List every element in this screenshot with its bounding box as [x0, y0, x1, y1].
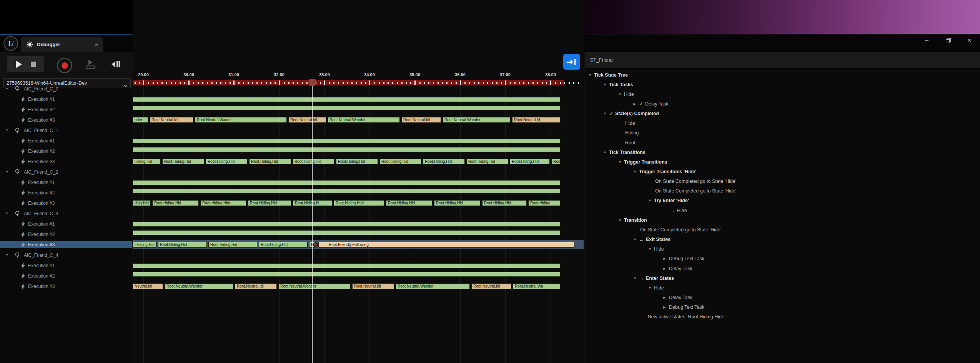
chevron-down-icon[interactable]: ▼ — [5, 212, 8, 215]
unreal-logo-icon[interactable]: U — [3, 36, 18, 51]
chevron-right-icon[interactable]: ▶ — [663, 296, 667, 299]
sidebar-item-aic-friend-c-4-execution-2[interactable]: Execution #2 — [0, 272, 132, 279]
execution-activity-bar[interactable] — [133, 263, 561, 268]
state-segment-root-hiding-hid[interactable]: Root.Hiding.Hid — [152, 200, 199, 206]
tree-row-delay-task[interactable]: ▶Delay Task — [663, 293, 692, 302]
state-segment-neutral-idl[interactable]: Neutral.Idl — [133, 283, 163, 289]
state-segment-root-hiding-hid[interactable]: Root.Hiding.Hid — [434, 200, 481, 206]
tree-row-try-enter-hide[interactable]: ▼Try Enter 'Hide' — [648, 196, 689, 206]
tree-row-tick-transitions[interactable]: ▼Tick Transitions — [603, 147, 646, 157]
state-segment-root-hiding-hid[interactable]: Root.Hiding.Hid — [248, 200, 291, 206]
tab-debugger[interactable]: Debugger × — [21, 37, 103, 52]
tree-row-on-state-completed-go-to-state-hide[interactable]: On State Completed go to State 'Hide' — [633, 225, 721, 234]
close-button[interactable]: × — [963, 35, 976, 45]
chevron-right-icon[interactable]: ▶ — [663, 267, 667, 271]
tree-row-hide[interactable]: ▼Hide — [648, 283, 664, 293]
tree-row-transition[interactable]: ▼Transition — [618, 215, 647, 225]
chevron-down-icon[interactable]: ▼ — [603, 151, 607, 154]
state-segment-root-neutral-wander[interactable]: Root.Neutral.Wander — [278, 283, 351, 289]
state-segment-root-neutral-idl[interactable]: Root.Neutral.Idl — [150, 117, 193, 123]
sidebar-item-aic-friend-c-4-execution-1[interactable]: Execution #1 — [0, 262, 132, 269]
state-segment-root-neutral-idl[interactable]: Root.Neutral.Idl — [288, 117, 326, 123]
sidebar-item-aic-friend-c-3-execution-3[interactable]: Execution #3 — [0, 241, 132, 248]
sidebar-item-aic-friend-c-2-execution-1[interactable]: Execution #1 — [0, 179, 132, 186]
tree-row-debug-text-task[interactable]: ▶Debug Text Task — [663, 303, 704, 312]
sidebar-item-aic-friend-c-0-execution-2[interactable]: Execution #2 — [0, 106, 132, 113]
playhead-scrubber[interactable] — [309, 79, 316, 86]
execution-activity-bar[interactable] — [133, 139, 561, 144]
tree-row-on-state-completed-go-to-state-hide[interactable]: On State Completed go to State 'Hide' — [648, 186, 736, 196]
playhead-line[interactable] — [312, 79, 313, 363]
chevron-right-icon[interactable]: ▶ — [663, 305, 667, 309]
state-segment-nder[interactable]: nder — [133, 117, 148, 123]
sidebar-item-aic-friend-c-0-execution-3[interactable]: Execution #3 — [0, 116, 132, 124]
execution-activity-bar[interactable] — [133, 105, 561, 110]
state-segment-root-hiding-hid[interactable]: Root.Hiding.Hid — [208, 242, 257, 248]
chevron-down-icon[interactable]: ▼ — [603, 83, 607, 87]
state-segment-root-hiding-hid[interactable]: Root.Hiding.Hid — [510, 159, 550, 164]
chevron-down-icon[interactable]: ▼ — [5, 170, 8, 174]
state-segment-root-hiding-hide[interactable]: Root.Hiding.Hide — [334, 200, 384, 206]
sidebar-item-aic-friend-c-4[interactable]: ▼AIC_Friend_C_4 — [0, 251, 132, 259]
execution-activity-bar[interactable] — [133, 97, 561, 102]
jump-to-latest-button[interactable] — [563, 54, 580, 70]
restore-button[interactable] — [942, 35, 955, 45]
sidebar-item-aic-friend-c-2-execution-3[interactable]: Execution #3 — [0, 199, 132, 207]
chevron-down-icon[interactable]: ▼ — [5, 87, 8, 90]
chevron-down-icon[interactable]: ▼ — [603, 112, 607, 115]
chevron-down-icon[interactable]: ▼ — [5, 129, 8, 132]
chevron-down-icon[interactable]: ▼ — [588, 73, 592, 77]
sidebar-item-aic-friend-c-4-execution-3[interactable]: Execution #3 — [0, 283, 132, 290]
sidebar-item-aic-friend-c-1-execution-2[interactable]: Execution #2 — [0, 147, 132, 155]
minimize-button[interactable]: – — [920, 35, 933, 45]
state-segment-root-hiding[interactable]: Root.Hiding — [528, 200, 561, 206]
state-segment-root-hiding-hide[interactable]: Root.Hiding.Hide — [200, 200, 246, 206]
play-over-ruler-icon[interactable] — [84, 58, 97, 71]
tree-row-state-s-completed[interactable]: ▼✓State(s) Completed — [603, 109, 659, 119]
chevron-down-icon[interactable]: ▼ — [648, 199, 652, 202]
timeline-panel[interactable]: 29.0030.0031.0032.0033.0034.0035.0036.00… — [133, 0, 584, 363]
chevron-down-icon[interactable]: ▼ — [648, 247, 652, 251]
tab-close-icon[interactable]: × — [95, 42, 98, 47]
tree-row-enter-states[interactable]: ▼→Enter States — [633, 273, 674, 283]
state-segment-root-neutral-wander[interactable]: Root.Neutral.Wander — [165, 283, 233, 289]
skip-back-icon[interactable] — [109, 58, 122, 71]
tree-row-hide[interactable]: →Hide — [663, 206, 687, 215]
state-segment-root-hiding-hid[interactable]: Root.Hiding.Hid — [466, 159, 508, 164]
tree-row-trigger-transitions[interactable]: ▼Trigger Transitions — [618, 157, 667, 167]
state-segment-root-hiding-hid[interactable]: Root.Hiding.Hid — [336, 159, 378, 164]
state-segment-root-hiding-h[interactable]: Root.Hiding.H — [293, 200, 332, 206]
tree-row-tick-state-tree[interactable]: ▼Tick State Tree — [588, 70, 628, 80]
execution-activity-bar[interactable] — [133, 230, 561, 235]
play-icon[interactable] — [14, 60, 23, 69]
tree-row-on-state-completed-go-to-state-hide[interactable]: On State Completed go to State 'Hide' — [648, 177, 736, 186]
chevron-down-icon[interactable]: ▼ — [633, 276, 637, 280]
state-segment-root-hiding-hid[interactable]: Root.Hiding.Hid — [379, 159, 421, 164]
state-segment-root-neutral-wander[interactable]: Root.Neutral.Wander — [328, 117, 400, 123]
state-segment-root-neutral-idl[interactable]: Root.Neutral.Idl — [471, 283, 511, 289]
state-segment-root-hiding-hid[interactable]: Root.Hiding.Hid — [259, 242, 308, 248]
state-segment-root-hiding-hid[interactable]: Root.Hiding.Hid — [158, 242, 207, 248]
sidebar-item-aic-friend-c-2-execution-2[interactable]: Execution #2 — [0, 189, 132, 196]
state-segment-root-neutral-wander[interactable]: Root.Neutral.Wander — [443, 117, 511, 123]
chevron-right-icon[interactable]: ▶ — [663, 257, 667, 261]
chevron-down-icon[interactable]: ▼ — [633, 170, 637, 174]
tree-row-exit-states[interactable]: ▼←Exit States — [633, 235, 671, 244]
state-segment-root-neutral-wander[interactable]: Root.Neutral.Wander — [396, 283, 470, 289]
stop-icon[interactable] — [30, 61, 37, 67]
tree-row-hiding[interactable]: Hiding — [618, 128, 639, 138]
state-segment-root-neutral-idl[interactable]: Root.Neutral.Idl — [235, 283, 277, 289]
tree-row-new-active-states-root-hiding-hide[interactable]: New active states: Root.Hiding.Hide — [641, 312, 724, 322]
state-segment-root-hiding-hid[interactable]: Root.Hiding.Hid — [206, 159, 248, 164]
state-segment-root-neutral-wa[interactable]: Root.Neutral.Wa — [513, 283, 561, 289]
state-segment-root-hiding-hid[interactable]: Root.Hiding.Hid — [482, 200, 527, 206]
state-segment-root-hiding-hid[interactable]: Root.Hiding.Hid — [423, 159, 465, 164]
state-segment-hiding-hid[interactable]: Hiding.Hid — [133, 159, 161, 164]
state-segment-t-hiding-hid[interactable]: t.Hiding.Hid — [133, 242, 156, 248]
state-segment-root-hiding-hid[interactable]: Root.Hiding.Hid — [162, 159, 204, 164]
chevron-down-icon[interactable]: ▼ — [5, 253, 8, 257]
tree-row-root[interactable]: Root — [618, 138, 635, 147]
chevron-down-icon[interactable]: ▼ — [633, 238, 637, 241]
state-segment-root-hiding-hid[interactable]: Root.Hiding.Hid — [293, 159, 334, 164]
chevron-down-icon[interactable]: ▼ — [618, 218, 622, 222]
